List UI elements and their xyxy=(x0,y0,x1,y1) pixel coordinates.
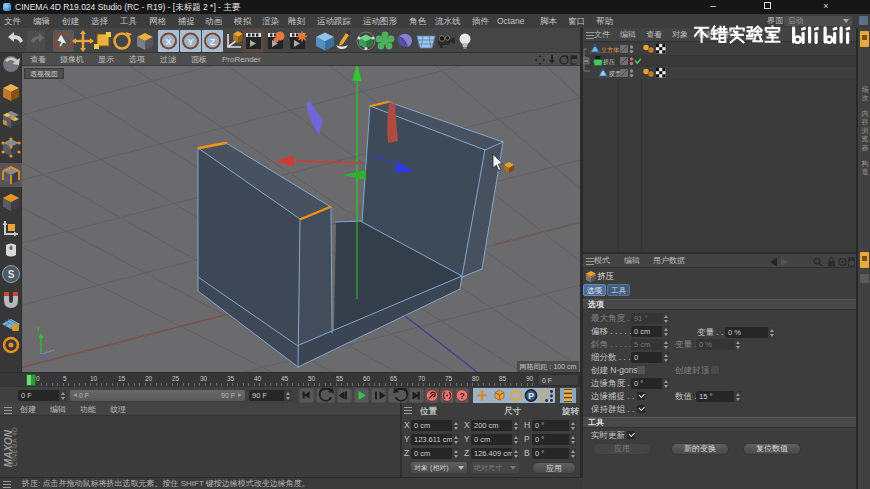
svg-text:立方体: 立方体 xyxy=(601,46,619,54)
svg-text:S: S xyxy=(8,269,15,280)
svg-text:P: P xyxy=(528,391,534,401)
svg-text:X: X xyxy=(165,37,171,47)
svg-text:?: ? xyxy=(459,391,464,401)
svg-text:胶囊: 胶囊 xyxy=(609,70,621,78)
svg-text:挤压: 挤压 xyxy=(603,58,615,66)
svg-text:Z: Z xyxy=(210,37,216,47)
svg-text:Y: Y xyxy=(187,37,193,47)
svg-text:Y: Y xyxy=(36,325,41,332)
